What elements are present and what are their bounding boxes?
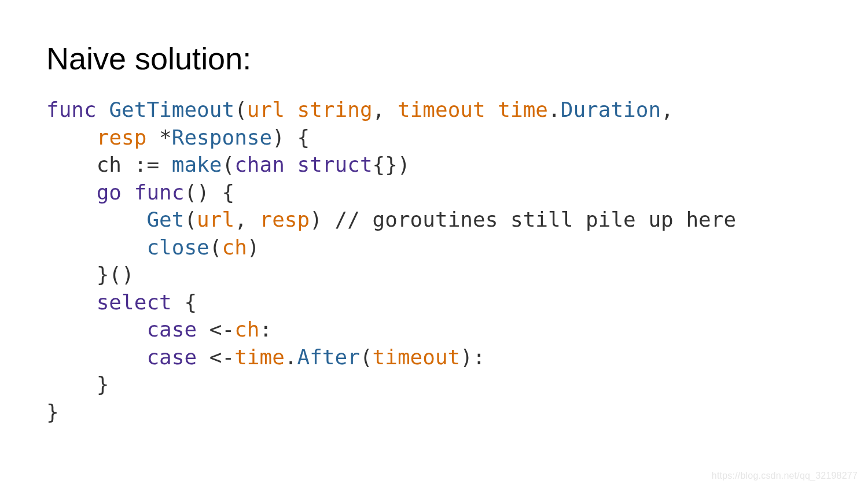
code-token: timeout time: [398, 98, 548, 121]
code-token: ):: [460, 345, 485, 369]
code-token: case: [46, 317, 209, 341]
code-token: <-: [209, 345, 234, 369]
code-token: ,: [661, 98, 674, 121]
code-token: (: [234, 98, 247, 121]
code-token: time: [234, 345, 285, 369]
code-token: ch: [234, 317, 259, 341]
code-token: func: [46, 98, 97, 121]
code-token: ,: [234, 208, 247, 231]
code-token: chan: [234, 153, 285, 176]
slide-content: Naive solution: func GetTimeout(url stri…: [0, 0, 868, 426]
slide-title: Naive solution:: [46, 40, 851, 76]
code-token: .: [285, 345, 297, 369]
code-token: make: [159, 153, 222, 176]
code-token: resp: [247, 208, 310, 231]
code-token: Response: [172, 125, 272, 149]
code-token: (: [184, 208, 197, 231]
code-token: go func: [46, 180, 184, 204]
code-token: After: [297, 345, 360, 369]
code-token: :=: [134, 153, 159, 176]
code-token: Duration: [561, 98, 661, 121]
code-token: ,: [373, 98, 385, 121]
code-token: struct: [285, 153, 373, 176]
code-token: ): [310, 208, 322, 231]
code-token: .: [548, 98, 561, 121]
code-token: :: [259, 317, 272, 341]
code-token: url: [197, 208, 234, 231]
code-token: // goroutines still pile up here: [322, 208, 736, 231]
code-token: <-: [209, 317, 234, 341]
code-token: ch: [222, 235, 247, 259]
code-token: (: [209, 235, 222, 259]
code-token: (: [222, 153, 234, 176]
code-token: url string: [247, 98, 373, 121]
code-token: GetTimeout: [109, 98, 234, 121]
code-token: {: [184, 290, 197, 314]
code-block: func GetTimeout(url string, timeout time…: [46, 96, 851, 426]
code-token: *: [159, 125, 172, 149]
code-token: ch: [46, 153, 134, 176]
watermark-text: https://blog.csdn.net/qq_32198277: [712, 471, 858, 481]
code-token: }: [46, 400, 59, 424]
code-token: close: [46, 235, 209, 259]
code-token: ) {: [272, 125, 310, 149]
code-token: Get: [46, 208, 184, 231]
code-token: case: [46, 345, 209, 369]
code-token: timeout: [373, 345, 461, 369]
code-token: (: [360, 345, 373, 369]
code-token: () {: [184, 180, 234, 204]
code-token: ): [247, 235, 260, 259]
code-token: resp: [97, 125, 159, 149]
code-token: select: [46, 290, 184, 314]
code-token: }: [46, 372, 109, 396]
code-token: {}): [373, 153, 410, 176]
code-token: }(): [46, 263, 134, 286]
